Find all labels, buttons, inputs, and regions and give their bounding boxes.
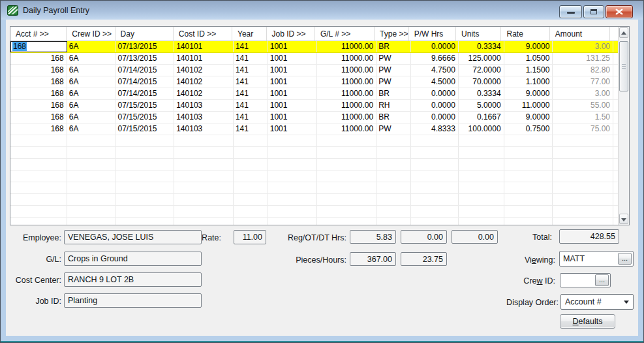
grid-cell[interactable]: 11000.00 (317, 112, 377, 123)
grid-cell[interactable]: 0.0000 (411, 100, 459, 111)
empty-grid-cell[interactable] (411, 171, 459, 182)
pieces-field[interactable]: 367.00 (350, 252, 396, 266)
grid-cell[interactable]: 1001 (268, 76, 317, 88)
empty-grid-cell[interactable] (174, 182, 234, 193)
empty-grid-cell[interactable] (317, 171, 377, 182)
cost-center-field[interactable]: RANCH 9 LOT 2B (64, 272, 202, 287)
hours-field[interactable]: 23.75 (401, 252, 447, 266)
grid-row[interactable]: 1686A07/14/2015140102141100111000.00PW4.… (10, 76, 618, 88)
empty-grid-cell[interactable] (115, 147, 174, 158)
grid-cell[interactable]: 140102 (174, 65, 234, 76)
empty-grid-cell[interactable] (234, 206, 268, 217)
empty-grid-cell[interactable] (115, 194, 174, 205)
grid-cell[interactable]: 07/15/2015 (115, 100, 174, 111)
empty-grid-cell[interactable] (504, 182, 553, 193)
grid-cell[interactable]: 1001 (268, 123, 317, 135)
grid-cell[interactable]: 140103 (174, 100, 234, 111)
grid-cell[interactable]: BR (376, 41, 411, 52)
empty-grid-cell[interactable] (553, 194, 613, 205)
grid-cell[interactable]: 140102 (174, 88, 234, 99)
empty-grid-cell[interactable] (234, 147, 268, 158)
grid-cell[interactable]: BR (376, 112, 411, 123)
empty-grid-cell[interactable] (376, 218, 411, 225)
column-header[interactable]: P/W Hrs (409, 27, 456, 41)
empty-grid-cell[interactable] (268, 218, 317, 225)
empty-grid-cell[interactable] (317, 135, 377, 146)
grid-cell[interactable]: 07/13/2015 (115, 53, 174, 64)
grid-row[interactable] (10, 147, 618, 159)
grid-cell[interactable]: 0.3334 (459, 41, 504, 52)
empty-grid-cell[interactable] (411, 159, 459, 170)
column-header[interactable]: Year (232, 27, 267, 41)
scroll-up-arrow-icon[interactable] (619, 27, 628, 38)
grid-cell[interactable]: 9.6666 (411, 53, 459, 64)
grid-cell[interactable]: 07/13/2015 (115, 41, 174, 52)
grid-cell[interactable]: 11000.00 (317, 76, 377, 88)
grid-row[interactable]: 1686A07/14/2015140102141100111000.00PW4.… (10, 65, 618, 76)
empty-grid-cell[interactable] (67, 182, 116, 193)
grid-cell[interactable]: PW (376, 123, 411, 135)
grid-cell[interactable]: 07/14/2015 (115, 65, 174, 76)
empty-grid-cell[interactable] (504, 194, 553, 205)
column-header[interactable]: Rate (501, 27, 549, 41)
empty-grid-cell[interactable] (115, 182, 174, 193)
grid-cell[interactable]: 9.0000 (504, 112, 553, 123)
empty-grid-cell[interactable] (67, 194, 116, 205)
gl-field[interactable]: Crops in Ground (64, 252, 202, 266)
grid-cell[interactable]: 168 (10, 53, 67, 64)
column-header[interactable]: Units (456, 27, 501, 41)
grid-row[interactable] (10, 218, 618, 225)
grid-cell[interactable]: 140102 (174, 76, 234, 88)
column-header[interactable]: Amount (550, 27, 610, 41)
grid-cell[interactable]: 1001 (268, 53, 317, 64)
crew-id-field[interactable]: ... (560, 273, 611, 287)
empty-grid-cell[interactable] (317, 182, 377, 193)
column-header[interactable]: Type >> (375, 27, 409, 41)
scroll-down-arrow-icon[interactable] (619, 214, 628, 224)
grid-cell[interactable]: 07/15/2015 (115, 123, 174, 135)
reg-hours-field[interactable]: 5.83 (350, 230, 396, 244)
crew-id-browse-button[interactable]: ... (595, 274, 609, 286)
grid-cell[interactable]: 07/14/2015 (115, 88, 174, 99)
empty-grid-cell[interactable] (174, 147, 234, 158)
grid-cell[interactable]: RH (376, 100, 411, 111)
defaults-button[interactable]: Defaults (560, 314, 615, 329)
grid-cell[interactable]: 141 (234, 100, 268, 111)
empty-grid-cell[interactable] (411, 218, 459, 225)
grid-cell[interactable]: 1.1500 (504, 65, 553, 76)
empty-grid-cell[interactable] (10, 218, 67, 225)
empty-grid-cell[interactable] (174, 135, 234, 146)
grid-cell[interactable]: 141 (234, 53, 268, 64)
empty-grid-cell[interactable] (317, 147, 377, 158)
empty-grid-cell[interactable] (411, 194, 459, 205)
empty-grid-cell[interactable] (174, 206, 234, 217)
empty-grid-cell[interactable] (67, 206, 116, 217)
grid-cell[interactable]: PW (376, 65, 411, 76)
empty-grid-cell[interactable] (268, 194, 317, 205)
empty-grid-cell[interactable] (504, 171, 553, 182)
job-id-field[interactable]: Planting (64, 293, 202, 308)
grid-cell[interactable]: 141 (234, 41, 268, 52)
grid-cell[interactable]: 168 (10, 112, 67, 123)
grid-cell[interactable]: 11000.00 (317, 123, 377, 135)
grid-cell[interactable]: 168 (10, 100, 67, 111)
grid-cell[interactable]: 168 (10, 76, 67, 88)
grid-cell[interactable]: 141 (234, 88, 268, 99)
empty-grid-cell[interactable] (411, 206, 459, 217)
empty-grid-cell[interactable] (411, 135, 459, 146)
empty-grid-cell[interactable] (174, 171, 234, 182)
empty-grid-cell[interactable] (67, 135, 116, 146)
acct-edit-cell[interactable]: 168 (10, 41, 67, 52)
grid-cell[interactable]: 1.0500 (504, 53, 553, 64)
grid-cell[interactable]: PW (376, 76, 411, 88)
grid-row[interactable]: 1686A07/15/2015140103141100111000.00PW4.… (10, 123, 618, 135)
empty-grid-cell[interactable] (67, 147, 116, 158)
empty-grid-cell[interactable] (504, 218, 553, 225)
empty-grid-cell[interactable] (317, 159, 377, 170)
empty-grid-cell[interactable] (553, 206, 613, 217)
viewing-field[interactable]: MATT ... (559, 251, 634, 267)
grid-cell[interactable]: 0.7500 (504, 123, 553, 135)
grid-cell[interactable]: 0.0000 (411, 88, 459, 99)
grid-cell[interactable]: 70.0000 (459, 76, 504, 88)
grid-cell[interactable]: 0.0000 (411, 41, 459, 52)
